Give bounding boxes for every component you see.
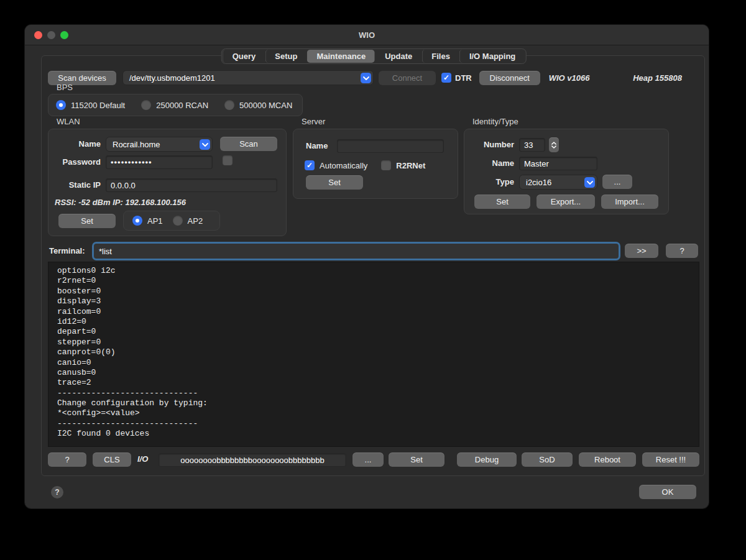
- tab-label: I/O Mapping: [469, 52, 515, 61]
- terminal-line: -----------------------------: [57, 388, 690, 398]
- terminal-line: options0 i2c: [57, 266, 690, 276]
- wlan-name-value: Rocrail.home: [113, 140, 160, 149]
- radio-icon: [141, 100, 151, 110]
- disconnect-button[interactable]: Disconnect: [479, 71, 540, 85]
- tab[interactable]: Query: [223, 50, 265, 63]
- debug-button[interactable]: Debug: [457, 452, 517, 467]
- terminal-line: booster=0: [57, 287, 690, 296]
- identity-name-field[interactable]: Master: [519, 157, 597, 170]
- io-label: I/O: [137, 454, 148, 464]
- terminal-line: r2rnet=0: [57, 276, 690, 286]
- identity-type-label: Type: [464, 177, 514, 186]
- terminal-line: trace=2: [57, 378, 690, 388]
- ap-radio-option[interactable]: AP1: [132, 216, 163, 226]
- automatically-label: Automatically: [320, 161, 367, 170]
- radio-icon: [56, 100, 66, 110]
- bps-group: 115200 Default 250000 RCAN 500000 MCAN: [48, 94, 303, 116]
- terminal-output[interactable]: options0 i2c r2rnet=0 booster=0 display=…: [48, 262, 699, 447]
- wlan-static-ip-label: Static IP: [48, 180, 101, 190]
- maintenance-panel: Scan devices /dev/tty.usbmodem1201 Conne…: [41, 55, 705, 476]
- cls-button[interactable]: CLS: [93, 452, 131, 467]
- tab[interactable]: Maintenance: [306, 50, 375, 63]
- ap-selector-box: AP1 AP2: [123, 211, 220, 231]
- server-set-button[interactable]: Set: [306, 175, 363, 190]
- wlan-name-select[interactable]: Rocrail.home: [106, 137, 213, 152]
- serial-port-select[interactable]: /dev/tty.usbmodem1201: [122, 70, 374, 85]
- server-name-field[interactable]: [337, 139, 444, 153]
- identity-name-value: Master: [524, 159, 549, 168]
- terminal-help-button[interactable]: ?: [666, 244, 698, 258]
- help-icon[interactable]: ?: [51, 486, 63, 498]
- tab-label: Maintenance: [316, 52, 366, 61]
- number-stepper[interactable]: [549, 137, 559, 152]
- io-more-button[interactable]: ...: [352, 452, 384, 467]
- tab-label: Setup: [275, 52, 297, 61]
- identity-type-value: i2cio16: [526, 178, 551, 187]
- tab-label: Query: [233, 52, 256, 61]
- wlan-set-button[interactable]: Set: [58, 214, 116, 228]
- wlan-password-field[interactable]: ••••••••••••: [106, 155, 213, 169]
- wlan-status-line: RSSI: -52 dBm IP: 192.168.100.156: [55, 198, 186, 207]
- connect-button[interactable]: Connect: [379, 71, 436, 85]
- io-set-button[interactable]: Set: [389, 452, 444, 467]
- export-button[interactable]: Export...: [536, 195, 595, 209]
- r2rnet-checkbox[interactable]: [381, 160, 391, 170]
- identity-number-field[interactable]: 33: [519, 138, 545, 152]
- identity-set-button[interactable]: Set: [474, 195, 530, 209]
- reboot-button[interactable]: Reboot: [579, 452, 636, 467]
- terminal-line: -----------------------------: [57, 419, 690, 429]
- terminal-line: display=3: [57, 296, 690, 306]
- radio-label: AP2: [188, 216, 203, 226]
- io-config-value: oooooooobbbbbbbboooooooobbbbbbbb: [180, 456, 324, 465]
- radio-icon: [173, 216, 183, 226]
- tab[interactable]: I/O Mapping: [459, 50, 525, 63]
- terminal-input[interactable]: *list: [92, 242, 620, 260]
- chevron-down-icon: [361, 73, 371, 83]
- io-help-button[interactable]: ?: [48, 452, 86, 467]
- dtr-checkbox[interactable]: ✓: [441, 73, 451, 83]
- server-group: Name ✓ Automatically R2RNet Set: [293, 129, 458, 199]
- radio-label: 500000 MCAN: [239, 101, 292, 110]
- tab[interactable]: Files: [421, 50, 459, 63]
- terminal-label: Terminal:: [49, 246, 85, 255]
- io-config-field[interactable]: oooooooobbbbbbbboooooooobbbbbbbb: [159, 453, 346, 467]
- chevron-up-icon: [551, 142, 556, 145]
- bps-radio-option[interactable]: 500000 MCAN: [224, 100, 292, 110]
- r2rnet-label: R2RNet: [396, 161, 425, 170]
- import-button[interactable]: Import...: [601, 195, 658, 209]
- terminal-send-button[interactable]: >>: [625, 244, 658, 258]
- bps-group-label: BPS: [57, 83, 73, 92]
- window-title: WIO: [25, 25, 709, 45]
- wlan-password-checkbox[interactable]: [223, 155, 233, 165]
- wlan-group: Name Rocrail.home Scan Password ••••••••…: [48, 129, 287, 236]
- radio-label: AP1: [147, 216, 163, 226]
- identity-name-label: Name: [464, 158, 514, 168]
- chevron-down-icon: [200, 139, 210, 150]
- automatically-checkbox[interactable]: ✓: [305, 160, 315, 170]
- type-more-button[interactable]: ...: [602, 175, 632, 189]
- terminal-input-value: *list: [99, 247, 112, 256]
- radio-icon: [132, 216, 142, 226]
- ok-button[interactable]: OK: [639, 485, 696, 499]
- chevron-down-icon: [551, 145, 556, 149]
- bps-radio-option[interactable]: 115200 Default: [56, 100, 125, 110]
- identity-type-select[interactable]: i2cio16: [519, 175, 597, 190]
- radio-label: 115200 Default: [71, 101, 125, 110]
- terminal-line: canusb=0: [57, 368, 690, 378]
- wlan-name-label: Name: [48, 139, 101, 149]
- reset-button[interactable]: Reset !!!: [642, 452, 699, 467]
- sod-button[interactable]: SoD: [522, 452, 573, 467]
- tab[interactable]: Setup: [265, 50, 306, 63]
- wlan-static-ip-field[interactable]: 0.0.0.0: [106, 178, 277, 192]
- terminal-line: id12=0: [57, 317, 690, 327]
- tab[interactable]: Update: [375, 50, 421, 63]
- wlan-scan-button[interactable]: Scan: [220, 137, 277, 151]
- heap-indicator: Heap 155808: [633, 73, 682, 83]
- bps-radio-option[interactable]: 250000 RCAN: [141, 100, 208, 110]
- serial-port-value: /dev/tty.usbmodem1201: [129, 73, 215, 83]
- terminal-line: Change configuration by typing:: [57, 398, 690, 408]
- terminal-line: canio=0: [57, 358, 690, 368]
- ap-radio-option[interactable]: AP2: [173, 216, 203, 226]
- wlan-group-label: WLAN: [57, 117, 80, 126]
- wlan-password-value: ••••••••••••: [111, 158, 152, 167]
